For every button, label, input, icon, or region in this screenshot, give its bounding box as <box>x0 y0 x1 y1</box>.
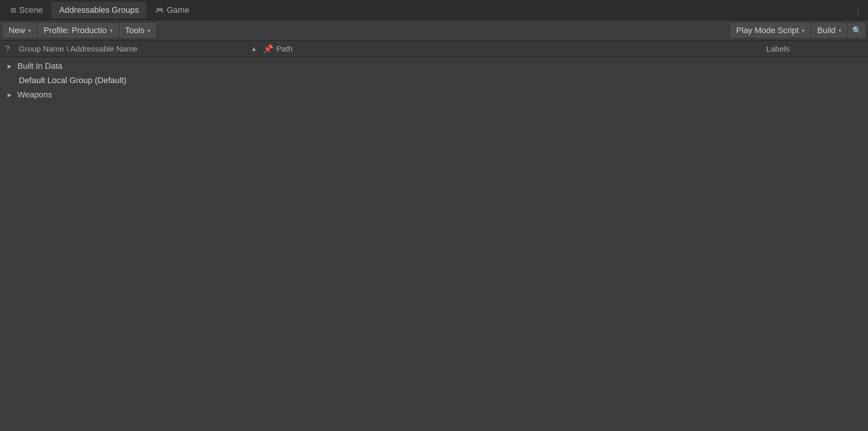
toolbar: New ▾ Profile: Productio ▾ Tools ▾ Play … <box>0 20 868 41</box>
tree-item-weapons[interactable]: ▶ Weapons <box>0 88 868 102</box>
new-label: New <box>9 26 25 35</box>
tab-bar-right: ⋮ <box>851 3 865 17</box>
scene-icon: ⊞ <box>11 6 16 14</box>
tools-label: Tools <box>125 26 145 35</box>
column-header: ? Group Name \ Addressable Name ▲ 📌 Path… <box>0 41 868 57</box>
tab-bar: ⊞ Scene Addressables Groups 🎮 Game ⋮ <box>0 0 868 20</box>
column-path-header[interactable]: 📌 Path <box>260 41 763 57</box>
tools-arrow: ▾ <box>148 27 150 33</box>
profile-label: Profile: Productio <box>44 26 107 35</box>
build-button[interactable]: Build ▾ <box>812 23 847 38</box>
help-button[interactable]: ? <box>0 44 15 53</box>
tab-addressables-label: Addressables Groups <box>59 5 139 15</box>
tab-scene-label: Scene <box>19 5 43 15</box>
new-arrow: ▾ <box>28 27 31 33</box>
tab-bar-left: ⊞ Scene Addressables Groups 🎮 Game <box>3 2 197 18</box>
play-mode-script-button[interactable]: Play Mode Script ▾ <box>731 23 810 38</box>
column-path-label: Path <box>276 44 292 53</box>
profile-arrow: ▾ <box>110 27 113 33</box>
toolbar-right: Play Mode Script ▾ Build ▾ 🔍 <box>731 23 865 38</box>
weapons-label: Weapons <box>17 90 52 100</box>
help-icon: ? <box>5 44 9 53</box>
tools-button[interactable]: Tools ▾ <box>120 23 156 38</box>
tree-item-default-local-group[interactable]: Default Local Group (Default) <box>0 73 868 88</box>
profile-button[interactable]: Profile: Productio ▾ <box>38 23 118 38</box>
more-options-button[interactable]: ⋮ <box>851 3 865 17</box>
build-arrow: ▾ <box>839 27 841 33</box>
expand-arrow-weapons: ▶ <box>8 92 15 98</box>
default-local-group-label: Default Local Group (Default) <box>19 76 126 85</box>
tab-game[interactable]: 🎮 Game <box>148 2 197 18</box>
tab-addressables-groups[interactable]: Addressables Groups <box>52 2 146 18</box>
column-labels-header[interactable]: Labels <box>763 41 868 57</box>
toolbar-left: New ▾ Profile: Productio ▾ Tools ▾ <box>3 23 729 38</box>
column-name-header[interactable]: Group Name \ Addressable Name <box>15 41 248 57</box>
column-name-label: Group Name \ Addressable Name <box>19 44 137 53</box>
expand-arrow-built-in-data: ▶ <box>8 63 15 69</box>
pin-icon: 📌 <box>263 44 273 53</box>
content-area: ▶ Built In Data Default Local Group (Def… <box>0 57 868 431</box>
column-labels-label: Labels <box>766 44 790 53</box>
build-label: Build <box>817 26 836 35</box>
tree-item-built-in-data[interactable]: ▶ Built In Data <box>0 59 868 73</box>
sort-icon: ▲ <box>251 46 257 52</box>
tab-scene[interactable]: ⊞ Scene <box>3 2 50 18</box>
new-button[interactable]: New ▾ <box>3 23 37 38</box>
tab-game-label: Game <box>167 5 189 15</box>
search-icon: 🔍 <box>852 26 862 35</box>
built-in-data-label: Built In Data <box>17 61 62 71</box>
game-icon: 🎮 <box>155 6 164 14</box>
sort-arrow[interactable]: ▲ <box>248 41 260 57</box>
search-button[interactable]: 🔍 <box>848 23 865 38</box>
play-mode-script-arrow: ▾ <box>802 27 804 33</box>
play-mode-script-label: Play Mode Script <box>736 26 799 35</box>
